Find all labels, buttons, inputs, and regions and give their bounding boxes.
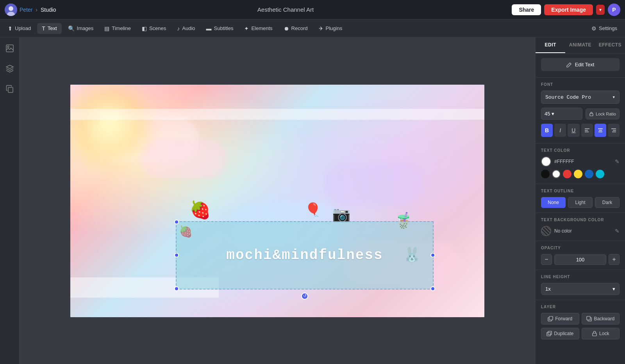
user-avatar-brand[interactable] xyxy=(5,4,17,16)
preset-cyan[interactable] xyxy=(596,170,604,178)
lock-ratio-button[interactable]: Lock Ratio xyxy=(586,108,620,119)
handle-mid-left[interactable] xyxy=(174,253,179,257)
lock-button[interactable]: Lock xyxy=(582,328,620,339)
images-icon: 🔍 xyxy=(68,25,75,32)
font-size-selector[interactable]: 45 ▾ xyxy=(541,108,582,120)
preset-white[interactable] xyxy=(552,170,561,178)
align-right-button[interactable] xyxy=(608,124,620,137)
export-dropdown-button[interactable]: ▾ xyxy=(596,5,605,15)
settings-icon: ⚙ xyxy=(591,25,596,32)
main-area: 🍓 🍓 🎈 📷 🧋 🐰 mochi&mindfulness ↺ EDIT xyxy=(0,37,625,364)
outline-light-button[interactable]: Light xyxy=(568,197,593,208)
record-button[interactable]: ⏺ Record xyxy=(279,23,312,34)
export-button[interactable]: Export Image xyxy=(544,4,593,15)
canvas[interactable]: 🍓 🍓 🎈 📷 🧋 🐰 mochi&mindfulness ↺ xyxy=(70,85,484,317)
sticker-camera[interactable]: 📷 xyxy=(332,206,350,223)
text-button[interactable]: T Text xyxy=(37,23,61,34)
sticker-balloon[interactable]: 🎈 xyxy=(305,202,321,217)
layer-section: LAYER Forward Backward Duplicate xyxy=(536,300,625,347)
text-icon: T xyxy=(42,25,45,32)
tab-effects[interactable]: EFFECTS xyxy=(595,37,625,53)
toolbar: ⬆ Upload T Text 🔍 Images ▤ Timeline ◧ Sc… xyxy=(0,20,625,37)
pencil-icon xyxy=(566,62,572,67)
backward-button[interactable]: Backward xyxy=(582,313,620,325)
sidebar-icon-copy[interactable] xyxy=(4,83,16,95)
line-height-selector[interactable]: 1x ▾ xyxy=(541,283,620,295)
subtitles-icon: ▬ xyxy=(206,25,212,32)
text-color-label: TEXT COLOR xyxy=(541,148,620,153)
plugins-button[interactable]: ✈ Plugins xyxy=(314,23,347,34)
align-center-button[interactable] xyxy=(595,124,606,137)
opacity-minus-button[interactable]: − xyxy=(541,254,552,265)
brand-area: Peter › Studio xyxy=(5,4,56,16)
sidebar-icon-layers[interactable] xyxy=(4,62,16,75)
svg-rect-3 xyxy=(6,45,13,52)
scenes-button[interactable]: ◧ Scenes xyxy=(137,23,171,34)
outline-dark-button[interactable]: Dark xyxy=(595,197,620,208)
no-color-swatch[interactable] xyxy=(541,226,551,236)
opacity-value: 100 xyxy=(554,254,606,265)
no-color-label: No color xyxy=(554,228,572,234)
duplicate-icon xyxy=(546,331,552,336)
settings-button[interactable]: ⚙ Settings xyxy=(587,23,622,34)
chevron-down-icon-lh: ▾ xyxy=(612,286,615,292)
svg-point-1 xyxy=(9,6,13,11)
text-outline-label: TEXT OUTLINE xyxy=(541,189,620,193)
font-selector[interactable]: Source Code Pro ▾ xyxy=(541,91,620,104)
handle-top-left[interactable] xyxy=(174,220,179,224)
color-picker-icon[interactable]: ✎ xyxy=(615,158,620,165)
banner-top xyxy=(70,109,484,120)
user-menu-button[interactable]: P xyxy=(608,4,620,16)
text-outline-section: TEXT OUTLINE None Light Dark xyxy=(536,184,625,213)
canvas-title: Aesthetic Channel Art xyxy=(62,6,509,13)
upload-button[interactable]: ⬆ Upload xyxy=(3,23,36,34)
handle-bottom-left[interactable] xyxy=(174,286,179,291)
handle-mid-right[interactable] xyxy=(430,253,435,257)
audio-button[interactable]: ♪ Audio xyxy=(172,23,200,34)
bold-button[interactable]: B xyxy=(541,124,553,137)
images-button[interactable]: 🔍 Images xyxy=(63,23,98,34)
duplicate-button[interactable]: Duplicate xyxy=(541,328,579,339)
backward-icon xyxy=(586,316,592,321)
opacity-label: OPACITY xyxy=(541,246,620,250)
elements-button[interactable]: ✦ Elements xyxy=(239,23,277,34)
outline-none-button[interactable]: None xyxy=(541,197,566,208)
svg-rect-5 xyxy=(8,87,13,92)
canvas-area[interactable]: 🍓 🍓 🎈 📷 🧋 🐰 mochi&mindfulness ↺ xyxy=(20,37,535,364)
handle-rotate[interactable]: ↺ xyxy=(301,293,308,300)
preset-yellow[interactable] xyxy=(574,170,582,178)
tab-edit[interactable]: EDIT xyxy=(536,37,565,53)
upload-icon: ⬆ xyxy=(8,25,12,32)
selected-text-box[interactable]: mochi&mindfulness ↺ xyxy=(176,221,434,289)
underline-button[interactable]: U xyxy=(568,124,579,137)
opacity-row: − 100 + xyxy=(541,254,620,265)
breadcrumb: Peter › Studio xyxy=(20,7,56,13)
edit-text-button[interactable]: Edit Text xyxy=(541,58,620,71)
subtitles-button[interactable]: ▬ Subtitles xyxy=(202,23,238,34)
italic-button[interactable]: I xyxy=(554,124,566,137)
layer-label: LAYER xyxy=(541,305,620,309)
timeline-button[interactable]: ▤ Timeline xyxy=(100,23,136,34)
tab-animate[interactable]: ANIMATE xyxy=(565,37,595,53)
bg-color-picker-icon[interactable]: ✎ xyxy=(615,228,620,234)
line-height-label: LINE HEIGHT xyxy=(541,275,620,279)
sticker-strawberry[interactable]: 🍓 xyxy=(189,200,211,220)
lock-icon xyxy=(589,112,594,116)
preset-black[interactable] xyxy=(541,170,550,178)
font-section: FONT Source Code Pro ▾ 45 ▾ Lock Ratio B… xyxy=(536,78,625,144)
sidebar-icon-image[interactable] xyxy=(4,42,16,55)
edit-text-section: Edit Text xyxy=(536,53,625,78)
share-button[interactable]: Share xyxy=(512,4,541,15)
color-swatch-main[interactable] xyxy=(541,156,551,167)
align-left-button[interactable] xyxy=(581,124,593,137)
preset-red[interactable] xyxy=(563,170,571,178)
opacity-plus-button[interactable]: + xyxy=(609,254,620,265)
line-height-section: LINE HEIGHT 1x ▾ xyxy=(536,270,625,300)
preset-blue[interactable] xyxy=(585,170,593,178)
opacity-section: OPACITY − 100 + xyxy=(536,241,625,270)
handle-bottom-right[interactable] xyxy=(430,286,435,291)
svg-rect-11 xyxy=(547,332,550,336)
chevron-down-icon: ▾ xyxy=(612,94,615,100)
forward-button[interactable]: Forward xyxy=(541,313,579,325)
svg-rect-10 xyxy=(587,316,590,320)
